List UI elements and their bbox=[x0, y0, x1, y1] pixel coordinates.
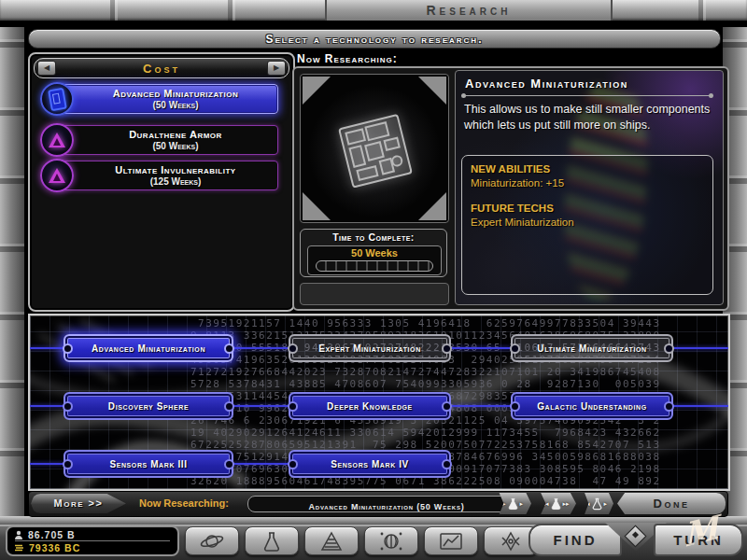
current-research-field[interactable]: Advanced Miniaturization (50 Weeks) bbox=[247, 496, 526, 512]
connector-line bbox=[451, 347, 511, 349]
connector-line bbox=[30, 463, 63, 465]
node-label: Sensors Mark IV bbox=[331, 459, 409, 469]
arrow-glyph: ▸ bbox=[604, 500, 608, 508]
arrow-glyph: ◂ bbox=[586, 500, 590, 508]
time-label: Time to Complete: bbox=[301, 231, 446, 243]
tech-image-box bbox=[300, 74, 449, 223]
research-cycle-button[interactable]: ◂◂ ▸▸ bbox=[535, 493, 576, 514]
tree-node-ultimate-miniaturization[interactable]: Ultimate Miniaturization bbox=[511, 334, 673, 362]
corner-bracket bbox=[303, 77, 331, 105]
connector-line bbox=[30, 405, 63, 407]
footer-bar: More >> Now Researching: Advanced Miniat… bbox=[28, 491, 728, 517]
tree-node-sensors-mark-iv[interactable]: Sensors Mark IV bbox=[289, 450, 451, 478]
flask-icon bbox=[261, 531, 282, 552]
tech-detail-panel: Advanced Miniaturization This allows us … bbox=[455, 70, 724, 305]
tree-node-advanced-miniaturization[interactable]: Advanced Miniaturization bbox=[63, 334, 233, 362]
find-button[interactable]: FIND bbox=[529, 524, 622, 556]
connector-line bbox=[451, 405, 511, 407]
corner-bracket bbox=[418, 192, 446, 220]
tech-title: Advanced Miniaturization bbox=[465, 77, 628, 91]
cost-item-duralthene-armor[interactable]: Duralthene Armor (50 Weeks) bbox=[56, 125, 278, 155]
node-label: Expert Miniaturization bbox=[318, 343, 421, 354]
now-researching-label: Now Researching: bbox=[297, 52, 398, 65]
future-techs-label: FUTURE TECHS bbox=[471, 202, 704, 216]
ship-design-icon bbox=[499, 530, 523, 553]
cost-header-label: Cost bbox=[59, 62, 264, 76]
stats-button[interactable] bbox=[424, 526, 478, 555]
right-arrow-icon: ▶ bbox=[274, 63, 279, 72]
arrow-glyph: ▸ bbox=[520, 500, 524, 508]
planet-ring-icon bbox=[200, 531, 224, 552]
research-next-button[interactable]: ◂ ▸ bbox=[580, 493, 613, 514]
new-abilities-value: Miniaturization: +15 bbox=[471, 176, 704, 190]
tree-node-expert-miniaturization[interactable]: Expert Miniaturization bbox=[289, 334, 451, 362]
connector-line bbox=[673, 405, 728, 407]
tech-tree-panel: 73951921157 1440 956333 1305 4196418 625… bbox=[28, 314, 730, 491]
resource-display: 86.705 B 79336 BC bbox=[6, 525, 179, 556]
chart-icon bbox=[439, 531, 463, 552]
connector-line bbox=[233, 463, 289, 465]
left-arrow-icon: ◀ bbox=[44, 63, 49, 72]
tree-node-discovery-sphere[interactable]: Discovery Sphere bbox=[63, 392, 233, 420]
cost-item-duration: (50 Weeks) bbox=[152, 100, 198, 111]
footer-now-label: Now Researching: bbox=[139, 497, 229, 509]
frame-bands bbox=[0, 27, 24, 516]
time-value: 50 Weeks bbox=[308, 246, 441, 260]
arrow-glyph: ◂◂ bbox=[542, 500, 548, 508]
population-icon bbox=[14, 530, 23, 539]
connector-line bbox=[30, 347, 63, 349]
domestic-button[interactable] bbox=[364, 526, 418, 555]
node-label: Deeper Knowledge bbox=[327, 401, 413, 412]
corner-bracket bbox=[303, 192, 331, 220]
credits-icon bbox=[14, 543, 24, 553]
cost-prev-button[interactable]: ◀ bbox=[37, 61, 56, 76]
tree-node-sensors-mark-iii[interactable]: Sensors Mark III bbox=[63, 450, 233, 478]
pyramid-icon bbox=[40, 123, 74, 157]
pyramid-icon bbox=[40, 159, 74, 192]
time-value-box: 50 Weeks bbox=[307, 245, 442, 275]
title-divider bbox=[463, 95, 712, 96]
node-label: Galactic Understanding bbox=[537, 401, 647, 412]
node-label: Ultimate Miniaturization bbox=[537, 343, 646, 354]
pyramid-icon bbox=[320, 531, 343, 552]
node-label: Discovery Sphere bbox=[108, 401, 189, 412]
find-label: FIND bbox=[554, 532, 598, 548]
cost-item-advanced-miniaturization[interactable]: Advanced Miniaturization (50 Weeks) bbox=[56, 84, 278, 114]
instruction-text: Select a technology to research. bbox=[266, 33, 484, 46]
research-button[interactable] bbox=[245, 526, 299, 555]
node-label: Sensors Mark III bbox=[109, 459, 187, 469]
colonies-button[interactable] bbox=[185, 526, 239, 555]
cost-header: ◀ Cost ▶ bbox=[34, 58, 289, 78]
left-frame bbox=[0, 27, 24, 516]
cost-panel: ◀ Cost ▶ Advanced Miniaturization (50 We… bbox=[28, 52, 295, 312]
tree-node-galactic-understanding[interactable]: Galactic Understanding bbox=[511, 392, 673, 420]
turn-button[interactable]: TURN bbox=[654, 524, 743, 556]
population-value: 86.705 B bbox=[28, 529, 76, 540]
cost-item-duration: (125 Weeks) bbox=[150, 176, 202, 188]
cost-item-name: Advanced Miniaturization bbox=[113, 88, 238, 100]
flask-icon bbox=[550, 497, 562, 511]
more-button[interactable]: More >> bbox=[31, 494, 126, 513]
research-panel: Time to Complete: 50 Weeks Advanced Mini… bbox=[292, 66, 729, 311]
connector-line bbox=[673, 347, 728, 349]
abilities-box: NEW ABILITIES Miniaturization: +15 FUTUR… bbox=[461, 155, 713, 295]
window-top-frame: Research bbox=[0, 0, 747, 21]
cost-item-name: Ultimate Invulnerability bbox=[115, 164, 235, 176]
flask-outline-icon bbox=[591, 497, 603, 511]
tree-node-deeper-knowledge[interactable]: Deeper Knowledge bbox=[289, 392, 451, 420]
credits-value: 79336 BC bbox=[29, 542, 80, 553]
chip-icon bbox=[40, 82, 74, 116]
cost-item-name: Duralthene Armor bbox=[129, 129, 222, 141]
new-abilities-label: NEW ABILITIES bbox=[471, 162, 704, 176]
civilization-button[interactable] bbox=[304, 526, 359, 555]
globe-icon bbox=[379, 530, 403, 553]
node-label: Advanced Miniaturization bbox=[92, 343, 205, 354]
cost-next-button[interactable]: ▶ bbox=[267, 61, 286, 76]
connector-line bbox=[233, 405, 289, 407]
instruction-banner: Select a technology to research. bbox=[28, 29, 721, 49]
done-button[interactable]: Done bbox=[617, 493, 726, 514]
cost-item-ultimate-invulnerability[interactable]: Ultimate Invulnerability (125 Weeks) bbox=[56, 161, 278, 190]
page-title: Research bbox=[426, 3, 511, 18]
current-research-text: Advanced Miniaturization (50 Weeks) bbox=[309, 502, 465, 511]
research-screen: Research Select a technology to research… bbox=[0, 0, 747, 560]
